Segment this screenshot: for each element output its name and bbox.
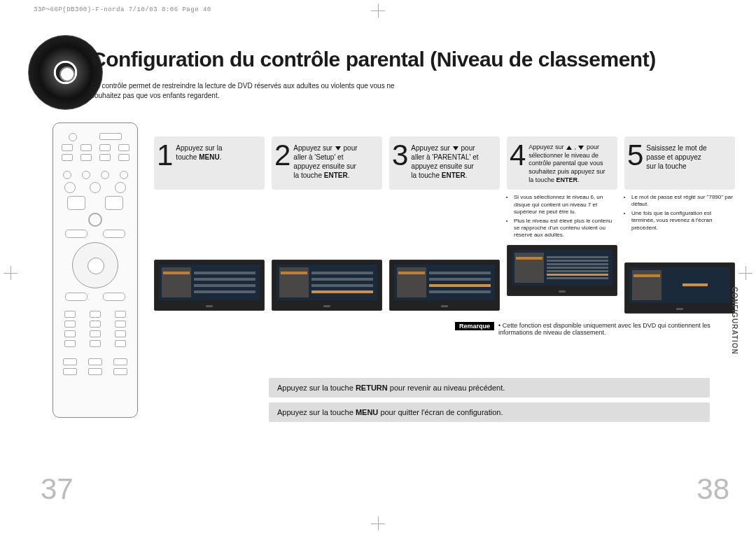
step-4: 4 Appuyez sur , pour sélectionner le niv… <box>507 136 617 314</box>
page-number-right: 38 <box>696 472 729 506</box>
up-arrow-icon <box>566 146 572 150</box>
side-tab-label: CONFIGURATION <box>731 287 738 355</box>
page-subtitle: Ce contrôle permet de restreindre la lec… <box>91 81 399 100</box>
step-bullets: Le mot de passe est réglé sur "7890" par… <box>626 194 735 232</box>
page-number-left: 37 <box>41 472 74 506</box>
crop-mark <box>4 266 18 280</box>
down-arrow-icon <box>335 146 341 150</box>
footer-menu: Appuyez sur la touche MENU pour quitter … <box>269 402 710 422</box>
step-5: 5 Saisissez le mot de passe et appuyez s… <box>624 136 735 314</box>
step-text: Appuyez sur , pour sélectionner le nivea… <box>528 142 605 184</box>
step-number: 5 <box>627 142 643 184</box>
step-text: Appuyez sur la touche MENU. <box>176 142 222 184</box>
tv-screenshot <box>154 260 265 311</box>
steps-row: 1 Appuyez sur la touche MENU. 2 Appuyez … <box>154 136 735 314</box>
step-number: 2 <box>274 142 290 184</box>
down-arrow-icon <box>578 146 584 150</box>
tv-screenshot <box>272 260 382 311</box>
step-number: 3 <box>392 142 408 184</box>
step-text: Saisissez le mot de passe et appuyez sur… <box>646 142 706 184</box>
step-2: 2 Appuyez sur pour aller à 'Setup' et ap… <box>272 136 382 314</box>
footer-return: Appuyez sur la touche RETURN pour reveni… <box>269 378 710 398</box>
step-text: Appuyez sur pour aller à 'Setup' et appu… <box>293 142 357 184</box>
step-1: 1 Appuyez sur la touche MENU. <box>154 136 265 314</box>
crop-mark <box>738 266 752 280</box>
tv-screenshot <box>507 245 617 296</box>
remarque: Remarque • Cette fonction est disponible… <box>455 322 721 336</box>
step-number: 4 <box>510 142 526 184</box>
down-arrow-icon <box>453 146 458 150</box>
step-text: Appuyez sur pour aller à 'PARENTAL' et a… <box>411 142 478 184</box>
dpad-icon <box>72 242 118 288</box>
remarque-badge: Remarque <box>455 322 494 330</box>
step-number: 1 <box>157 142 173 184</box>
print-header: 33P~66P(DB300)-F-norda 7/10/03 8:06 Page… <box>34 6 211 13</box>
step-bullets: Si vous sélectionnez le niveau 6, un dis… <box>508 194 617 239</box>
crop-mark <box>371 3 385 17</box>
step-3: 3 Appuyez sur pour aller à 'PARENTAL' et… <box>389 136 500 314</box>
crop-mark <box>371 517 385 531</box>
tv-screenshot <box>389 260 500 311</box>
page-title: Configuration du contrôle parental (Nive… <box>91 48 656 71</box>
tv-screenshot <box>624 262 735 314</box>
remote-illustration <box>52 122 138 418</box>
